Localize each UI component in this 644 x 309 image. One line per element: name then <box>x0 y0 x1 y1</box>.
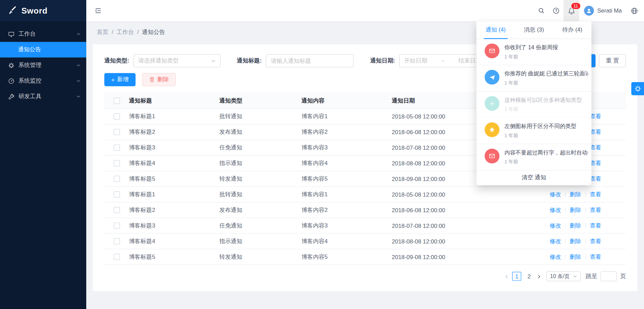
search-button[interactable] <box>534 0 549 21</box>
clear-notifications-button[interactable]: 清空 通知 <box>477 170 592 185</box>
view-link[interactable]: 查看 <box>590 160 601 167</box>
breadcrumb-home[interactable]: 首页 <box>97 29 108 44</box>
delete-link[interactable]: 删除 <box>570 238 581 245</box>
action-separator <box>585 192 586 197</box>
view-link[interactable]: 查看 <box>590 253 601 260</box>
menu-fold-icon <box>94 7 102 15</box>
edit-link[interactable]: 修改 <box>550 191 561 198</box>
view-link[interactable]: 查看 <box>590 206 601 214</box>
delete-button[interactable]: 删除 <box>142 73 176 86</box>
notification-item[interactable]: 你推荐的 曲妮妮 已通过第三轮面试 1 年前 <box>477 65 592 91</box>
row-checkbox[interactable] <box>113 145 120 151</box>
select-all-checkbox[interactable] <box>113 98 120 104</box>
tab-messages[interactable]: 消息 (3) <box>515 21 553 39</box>
row-checkbox[interactable] <box>113 160 120 166</box>
username: Serati Ma <box>597 7 622 14</box>
sidebar-item-system-monitor[interactable]: 系统监控 <box>0 73 86 89</box>
sidebar-item-notice[interactable]: 通知公告 <box>0 42 86 57</box>
dashboard-icon <box>8 78 14 84</box>
pagination: 1 2 10 条/页 跳至 页 <box>104 271 626 281</box>
reset-button[interactable]: 重 置 <box>599 54 626 68</box>
sidebar-item-label: 系统监控 <box>18 77 41 85</box>
jump-page-input[interactable] <box>601 271 617 281</box>
action-separator <box>565 239 566 244</box>
notice-type-select[interactable]: 请选择通知类型 <box>133 54 220 68</box>
action-separator <box>585 207 586 213</box>
tab-notifications[interactable]: 通知 (4) <box>477 21 515 39</box>
sidebar-item-workbench[interactable]: 工作台 <box>0 26 86 42</box>
edit-link[interactable]: 修改 <box>550 222 561 230</box>
tab-todos[interactable]: 待办 (4) <box>553 21 591 39</box>
gear-icon <box>634 86 641 92</box>
sidebar-item-dev-tools[interactable]: 研发工具 <box>0 89 86 104</box>
table-row: 博客标题3 任免通知 博客内容3 2018-07-08 12:00:00 修改删… <box>104 218 626 234</box>
theme-settings-button[interactable] <box>631 82 644 95</box>
select-placeholder: 请选择通知类型 <box>138 57 179 65</box>
row-checkbox[interactable] <box>113 238 120 244</box>
user-menu[interactable]: Serati Ma <box>579 0 627 21</box>
notification-item-read[interactable]: 这种模板可以区分多种通知类型 1 年前 <box>477 92 592 118</box>
row-checkbox[interactable] <box>113 129 120 135</box>
breadcrumb-current: 通知公告 <box>142 29 165 44</box>
delete-link[interactable]: 删除 <box>570 222 581 230</box>
chevron-down-icon <box>211 58 215 63</box>
breadcrumb-separator: / <box>137 29 139 44</box>
mail-icon <box>485 149 500 164</box>
add-button[interactable]: + 新增 <box>104 73 136 86</box>
paper-plane-icon <box>485 70 500 85</box>
row-checkbox[interactable] <box>113 176 120 182</box>
table-row: 博客标题2 发布通知 博客内容2 2018-06-08 12:00:00 修改删… <box>104 202 626 218</box>
view-link[interactable]: 查看 <box>590 175 601 183</box>
sidebar-item-label: 研发工具 <box>18 93 41 100</box>
edit-link[interactable]: 修改 <box>550 253 561 260</box>
column-header-date: 通知日期 <box>392 97 482 105</box>
page-size-select[interactable]: 10 条/页 <box>547 271 581 281</box>
next-page-button[interactable] <box>537 274 541 278</box>
view-link[interactable]: 查看 <box>590 113 601 120</box>
view-link[interactable]: 查看 <box>590 222 601 230</box>
prev-page-button[interactable] <box>504 274 509 278</box>
menu-fold-button[interactable] <box>94 7 102 15</box>
page-button-1[interactable]: 1 <box>512 272 521 281</box>
row-checkbox[interactable] <box>113 207 120 213</box>
delete-link[interactable]: 删除 <box>570 206 581 214</box>
page-button-2[interactable]: 2 <box>525 272 534 281</box>
breadcrumb-workbench[interactable]: 工作台 <box>117 29 134 44</box>
notice-date-range-picker[interactable]: 开始日期 ~ 结束日期 <box>399 54 486 68</box>
edit-link[interactable]: 修改 <box>550 238 561 245</box>
notice-title-input[interactable] <box>266 54 354 68</box>
notification-item[interactable]: 左侧图标用于区分不同的类型 1 年前 <box>477 118 592 144</box>
edit-link[interactable]: 修改 <box>550 206 561 214</box>
action-separator <box>585 223 586 229</box>
logo: Sword <box>0 0 86 21</box>
view-link[interactable]: 查看 <box>590 238 601 245</box>
action-separator <box>565 192 566 197</box>
notifications-bell-button[interactable]: 11 <box>564 0 579 21</box>
notification-item[interactable]: 你收到了 14 份新周报 1 年前 <box>477 39 592 65</box>
chevron-down-icon <box>573 274 577 278</box>
view-link[interactable]: 查看 <box>590 128 601 136</box>
row-checkbox[interactable] <box>113 113 120 120</box>
delete-link[interactable]: 删除 <box>570 191 581 198</box>
question-circle-icon: ? <box>553 7 559 14</box>
sidebar-item-label: 通知公告 <box>18 46 41 53</box>
breadcrumb-separator: / <box>112 29 113 44</box>
globe-icon <box>631 7 638 14</box>
sidebar: Sword 工作台 通知公告 <box>0 0 86 309</box>
row-checkbox[interactable] <box>113 191 120 197</box>
notification-item[interactable]: 内容不要超过两行字，超出时自动截断 1 年前 <box>477 144 592 170</box>
row-checkbox[interactable] <box>113 254 120 260</box>
language-button[interactable] <box>627 0 642 21</box>
view-link[interactable]: 查看 <box>590 144 601 151</box>
row-checkbox[interactable] <box>113 222 120 229</box>
sword-logo-icon <box>7 6 17 16</box>
sidebar-item-label: 系统管理 <box>18 61 41 69</box>
action-separator <box>585 239 586 244</box>
delete-link[interactable]: 删除 <box>570 253 581 260</box>
view-link[interactable]: 查看 <box>590 191 601 198</box>
help-button[interactable]: ? <box>549 0 564 21</box>
chevron-right-icon <box>537 274 541 278</box>
user-icon <box>586 7 592 14</box>
plus-circle-icon <box>485 96 500 111</box>
sidebar-item-system-management[interactable]: 系统管理 <box>0 57 86 73</box>
